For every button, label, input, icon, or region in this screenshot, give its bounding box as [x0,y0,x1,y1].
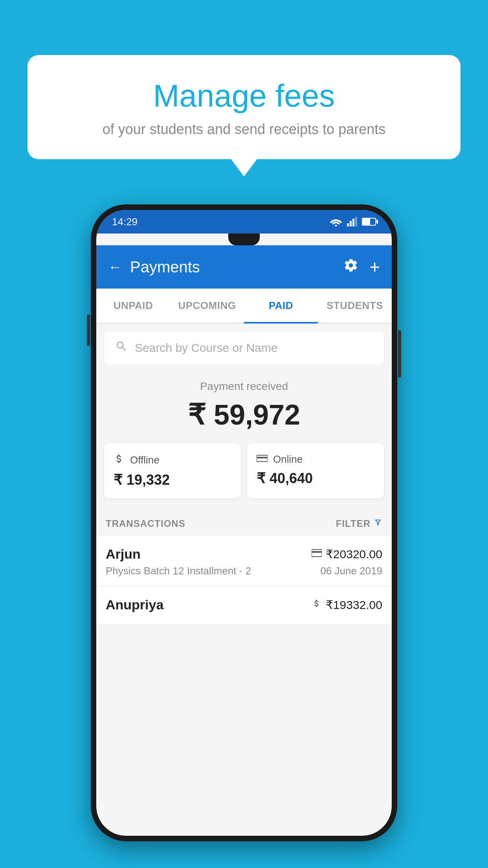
search-bar[interactable]: Search by Course or Name [104,331,384,364]
transaction-list: Arjun ₹20320.00 [96,535,392,625]
tab-unpaid[interactable]: UNPAID [96,289,170,323]
content-area: Search by Course or Name Payment receive… [96,324,392,625]
phone-screen: 14:29 [96,210,392,836]
notch [228,234,260,245]
tab-upcoming[interactable]: UPCOMING [170,289,244,323]
add-button[interactable]: + [369,256,380,278]
svg-rect-3 [352,219,354,226]
offline-type: Offline [130,454,160,466]
app-title: Payments [130,258,343,276]
svg-rect-7 [312,550,322,557]
online-icon [257,453,268,465]
transaction-date-arjun: 06 June 2019 [320,565,382,577]
svg-rect-8 [312,551,322,553]
app-bar-actions: + [343,256,380,278]
status-bar: 14:29 [96,210,392,234]
transaction-course-arjun: Physics Batch 12 Installment - 2 [106,565,251,577]
offline-card-header: Offline [114,453,231,467]
bubble-title: Manage fees [51,79,437,113]
transaction-name-arjun: Arjun [106,546,141,562]
online-amount: ₹ 40,640 [257,470,374,487]
table-row[interactable]: Anupriya ₹19332.00 [96,586,392,625]
offline-icon [114,453,125,467]
signal-icon [347,217,357,226]
bubble-subtitle: of your students and send receipts to pa… [51,121,437,138]
transaction-name-anupriya: Anupriya [106,597,163,612]
search-icon [115,340,128,356]
transaction-amount-anupriya: ₹19332.00 [326,598,382,612]
search-placeholder: Search by Course or Name [135,341,278,355]
back-button[interactable]: ← [108,259,122,275]
speech-bubble-container: Manage fees of your students and send re… [28,55,460,159]
transactions-label: TRANSACTIONS [106,518,185,529]
online-card: Online ₹ 40,640 [247,443,384,498]
filter-button[interactable]: FILTER [336,518,382,529]
tab-paid[interactable]: PAID [244,289,318,323]
svg-rect-1 [347,223,349,226]
payment-amount: ₹ 59,972 [104,398,384,431]
status-icons [330,217,376,226]
transaction-amount-arjun-row: ₹20320.00 [312,547,382,561]
settings-button[interactable] [343,258,358,276]
phone-container: 14:29 [91,204,397,841]
payment-cards: Offline ₹ 19,332 [96,443,392,510]
offline-amount: ₹ 19,332 [114,472,231,488]
wifi-icon [330,217,342,226]
transaction-amount-arjun: ₹20320.00 [326,547,382,561]
payment-summary: Payment received ₹ 59,972 [96,364,392,443]
tab-students[interactable]: STUDENTS [318,289,392,323]
app-bar: ← Payments + [96,245,392,289]
payment-label: Payment received [104,380,384,393]
speech-bubble: Manage fees of your students and send re… [28,55,460,159]
svg-point-0 [335,225,337,227]
status-time: 14:29 [112,216,138,228]
battery-icon [362,218,376,226]
online-type: Online [273,453,303,465]
transaction-icon-anupriya [312,599,322,611]
phone-frame: 14:29 [91,204,397,841]
transactions-header: TRANSACTIONS FILTER [96,510,392,535]
svg-rect-2 [350,221,352,226]
filter-icon [374,518,382,529]
filter-label: FILTER [336,518,371,529]
table-row[interactable]: Arjun ₹20320.00 [96,535,392,586]
transaction-icon-arjun [312,548,322,560]
offline-card: Offline ₹ 19,332 [104,443,241,498]
online-card-header: Online [257,453,374,465]
svg-rect-4 [355,217,357,226]
transaction-amount-anupriya-row: ₹19332.00 [312,598,382,612]
svg-rect-6 [257,457,268,458]
tabs-container: UNPAID UPCOMING PAID STUDENTS [96,289,392,324]
